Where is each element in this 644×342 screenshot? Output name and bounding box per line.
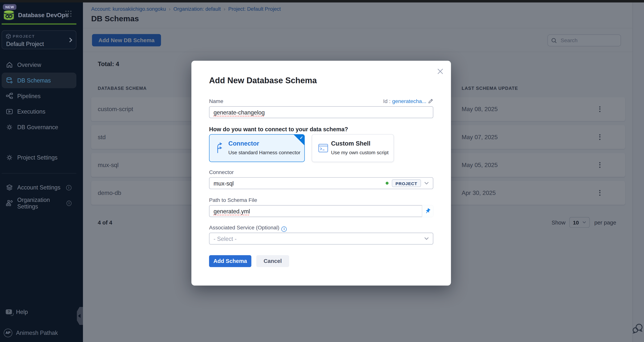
- add-schema-modal: Add New Database Schema Name Id : genera…: [191, 61, 451, 286]
- info-icon[interactable]: i: [66, 200, 72, 206]
- connectivity-status-dot: [386, 182, 388, 185]
- support-chat-icon[interactable]: [632, 323, 643, 335]
- chevron-down-icon: [424, 237, 429, 240]
- sidebar-divider: [2, 173, 76, 173]
- sidebar-item-organization-settings[interactable]: Organization Settings i: [2, 195, 76, 211]
- info-icon[interactable]: i: [66, 185, 72, 190]
- sidebar-user[interactable]: AP Animesh Pathak: [2, 326, 80, 340]
- database-devops-logo-icon: [2, 9, 15, 21]
- help-chat-icon: ?: [6, 310, 12, 314]
- app-root: NEW Database DevOps PROJECT Default Proj…: [0, 0, 644, 342]
- option-card-custom-shell[interactable]: Custom Shell Use my own custom script: [312, 134, 394, 162]
- edit-pencil-icon[interactable]: [428, 98, 433, 104]
- id-link[interactable]: generatecha...: [392, 98, 426, 104]
- sidebar-item-project-settings[interactable]: Project Settings: [2, 150, 76, 165]
- layers-gear-icon: [6, 184, 13, 191]
- pushpin-icon: [425, 208, 431, 214]
- product-logo[interactable]: Database DevOps: [2, 9, 68, 21]
- check-icon: ✓: [300, 135, 303, 140]
- name-input[interactable]: generate-changelog: [209, 106, 433, 118]
- org-gear-icon: [6, 199, 13, 207]
- connector-branch-icon: [216, 142, 225, 154]
- project-name: Default Project: [6, 41, 44, 47]
- product-name: Database DevOps: [18, 12, 69, 18]
- sidebar-item-executions[interactable]: Executions: [2, 104, 76, 119]
- add-schema-button[interactable]: Add Schema: [209, 255, 251, 267]
- user-name: Animesh Pathak: [16, 329, 58, 336]
- service-label: Associated Service (Optional)i: [209, 225, 287, 232]
- sidebar-item-db-governance[interactable]: DB Governance: [2, 119, 76, 135]
- module-accent-line: [2, 23, 76, 24]
- sidebar-collapse-handle[interactable]: [77, 307, 83, 325]
- gear-icon: [6, 154, 13, 161]
- pin-button[interactable]: [422, 205, 433, 217]
- entity-id: Id : generatecha...: [383, 98, 433, 104]
- terminal-icon: [318, 144, 328, 153]
- modal-title: Add New Database Schema: [209, 76, 317, 85]
- new-badge: NEW: [3, 4, 16, 10]
- project-eyebrow: PROJECT: [13, 34, 35, 39]
- chevron-down-icon: [424, 182, 429, 185]
- sidebar-item-pipelines[interactable]: Pipelines: [2, 88, 76, 104]
- gear-icon: [6, 124, 13, 131]
- connect-question: How do you want to connect to your data …: [209, 126, 348, 133]
- name-label: Name: [209, 98, 224, 104]
- connector-select[interactable]: mux-sql PROJECT: [209, 177, 433, 189]
- cancel-button[interactable]: Cancel: [256, 255, 289, 267]
- info-icon[interactable]: i: [282, 226, 287, 231]
- executions-icon: [6, 108, 13, 115]
- project-selector[interactable]: PROJECT Default Project: [2, 30, 76, 49]
- cube-icon: [6, 34, 11, 39]
- sidebar-item-account-settings[interactable]: Account Settings i: [2, 180, 76, 195]
- path-label: Path to Schema File: [209, 197, 257, 203]
- scope-badge: PROJECT: [392, 179, 421, 187]
- module-grid-icon[interactable]: [65, 11, 72, 17]
- option-card-connector[interactable]: ✓ Connector Use standard Harness connect…: [209, 134, 305, 162]
- connector-label: Connector: [209, 169, 234, 175]
- chevron-right-icon: [69, 37, 72, 42]
- sidebar-item-help[interactable]: ? Help: [2, 304, 76, 320]
- db-schema-icon: [6, 77, 13, 84]
- pipelines-icon: [6, 92, 13, 100]
- sidebar-item-db-schemas[interactable]: DB Schemas: [2, 73, 76, 88]
- collapse-arrow-icon: [78, 314, 80, 318]
- avatar: AP: [4, 329, 12, 337]
- close-icon[interactable]: [436, 67, 444, 75]
- top-window-strip: [0, 0, 644, 2]
- service-select[interactable]: - Select -: [209, 233, 433, 245]
- sidebar: NEW Database DevOps PROJECT Default Proj…: [0, 0, 83, 342]
- home-icon: [6, 61, 13, 68]
- path-input[interactable]: generated.yml: [209, 205, 433, 217]
- sidebar-item-overview[interactable]: Overview: [2, 57, 76, 73]
